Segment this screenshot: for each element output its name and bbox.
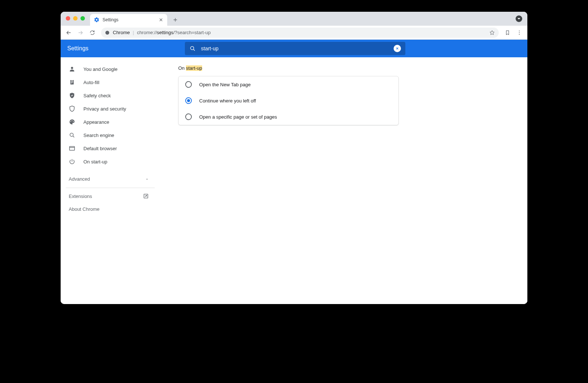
radio-label: Open a specific page or set of pages: [199, 114, 277, 120]
settings-search-input[interactable]: [201, 46, 388, 51]
url-path: chrome://settings/?search=start-up: [137, 30, 211, 35]
radio-label: Open the New Tab page: [199, 82, 251, 87]
svg-point-13: [72, 120, 73, 121]
radio-label: Continue where you left off: [199, 98, 256, 104]
browser-tab[interactable]: Settings: [90, 14, 167, 26]
settings-header: Settings: [61, 40, 527, 57]
tab-close-button[interactable]: [158, 17, 164, 22]
settings-title: Settings: [67, 45, 185, 52]
open-external-icon: [143, 193, 149, 199]
back-button[interactable]: [64, 28, 74, 38]
sidebar-item-you-and-google[interactable]: You and Google: [61, 62, 160, 76]
svg-point-1: [519, 30, 520, 31]
search-icon: [69, 132, 75, 138]
new-tab-button[interactable]: [170, 15, 180, 25]
sidebar-item-safety-check[interactable]: Safety check: [61, 89, 160, 102]
url-host: Chrome: [113, 30, 130, 35]
sidebar-item-default-browser[interactable]: Default browser: [61, 142, 160, 155]
browser-window: Settings Chrome | chrome://setti: [61, 12, 527, 304]
window-minimize-button[interactable]: [73, 16, 78, 21]
svg-rect-9: [71, 82, 73, 82]
startup-option-new-tab[interactable]: Open the New Tab page: [179, 76, 398, 93]
svg-point-5: [71, 67, 73, 69]
sidebar-extensions-link[interactable]: Extensions: [61, 189, 160, 203]
person-icon: [69, 66, 75, 72]
svg-point-4: [190, 46, 194, 50]
clipboard-icon: [69, 79, 75, 86]
svg-point-11: [70, 121, 71, 122]
sidebar-divider: [66, 188, 155, 188]
svg-point-14: [73, 121, 74, 122]
palette-icon: [69, 119, 75, 125]
svg-point-2: [519, 32, 520, 33]
address-bar[interactable]: Chrome | chrome://settings/?search=start…: [101, 28, 499, 38]
svg-point-12: [71, 120, 72, 121]
svg-point-15: [70, 133, 73, 136]
settings-sidebar: You and Google Auto-fill Safety check Pr…: [61, 57, 160, 304]
site-info-icon[interactable]: [105, 30, 110, 35]
svg-point-0: [105, 30, 110, 35]
sidebar-item-on-startup[interactable]: On start-up: [61, 155, 160, 168]
svg-rect-8: [71, 81, 73, 82]
svg-rect-10: [71, 83, 72, 83]
page-content: Settings You and Google A: [61, 40, 527, 304]
power-icon: [69, 158, 75, 165]
settings-gear-icon: [94, 17, 100, 23]
browser-menu-button[interactable]: [514, 28, 524, 38]
reading-list-button[interactable]: [502, 28, 513, 38]
sidebar-item-label: Default browser: [83, 146, 117, 151]
sidebar-item-label: Search engine: [83, 133, 114, 138]
sidebar-item-label: Appearance: [83, 119, 109, 125]
advanced-label: Advanced: [69, 176, 90, 182]
about-label: About Chrome: [69, 206, 100, 212]
section-heading: On start-up: [178, 65, 399, 71]
shield-icon: [69, 105, 75, 112]
extensions-label: Extensions: [69, 194, 92, 199]
settings-body: You and Google Auto-fill Safety check Pr…: [61, 57, 527, 304]
search-clear-button[interactable]: [394, 45, 401, 52]
search-icon: [189, 45, 196, 52]
radio-icon: [185, 113, 192, 120]
radio-icon: [185, 81, 192, 88]
svg-rect-16: [69, 147, 75, 151]
startup-option-continue[interactable]: Continue where you left off: [179, 93, 398, 109]
sidebar-item-autofill[interactable]: Auto-fill: [61, 76, 160, 89]
browser-toolbar: Chrome | chrome://settings/?search=start…: [61, 26, 527, 40]
shield-check-icon: [69, 92, 75, 99]
sidebar-item-label: Auto-fill: [83, 80, 99, 85]
profile-button[interactable]: [516, 15, 522, 22]
radio-icon: [185, 97, 192, 104]
sidebar-advanced-toggle[interactable]: Advanced: [61, 172, 160, 186]
section-heading-prefix: On: [178, 65, 186, 71]
sidebar-about-link[interactable]: About Chrome: [61, 203, 160, 216]
svg-point-3: [519, 34, 520, 35]
settings-search[interactable]: [185, 42, 405, 55]
startup-option-specific-pages[interactable]: Open a specific page or set of pages: [179, 109, 398, 125]
forward-button[interactable]: [75, 28, 86, 38]
window-close-button[interactable]: [66, 16, 70, 21]
sidebar-item-appearance[interactable]: Appearance: [61, 115, 160, 129]
sidebar-item-privacy[interactable]: Privacy and security: [61, 102, 160, 115]
sidebar-item-label: Safety check: [83, 93, 111, 98]
settings-main: On start-up Open the New Tab page Contin…: [160, 57, 527, 304]
sidebar-item-search-engine[interactable]: Search engine: [61, 129, 160, 142]
sidebar-item-label: Privacy and security: [83, 106, 126, 112]
tab-title: Settings: [103, 17, 118, 22]
window-maximize-button[interactable]: [80, 16, 85, 21]
sidebar-item-label: On start-up: [83, 159, 107, 165]
section-heading-highlight: start-up: [186, 65, 202, 71]
bookmark-star-icon[interactable]: [489, 30, 495, 36]
tab-strip: Settings: [61, 12, 527, 26]
chevron-down-icon: [145, 177, 149, 181]
reload-button[interactable]: [87, 28, 97, 38]
startup-options-card: Open the New Tab page Continue where you…: [178, 76, 399, 125]
svg-rect-7: [71, 80, 73, 81]
url-separator: |: [133, 30, 134, 35]
window-controls: [66, 16, 85, 21]
browser-window-icon: [69, 145, 75, 152]
sidebar-item-label: You and Google: [83, 66, 118, 72]
